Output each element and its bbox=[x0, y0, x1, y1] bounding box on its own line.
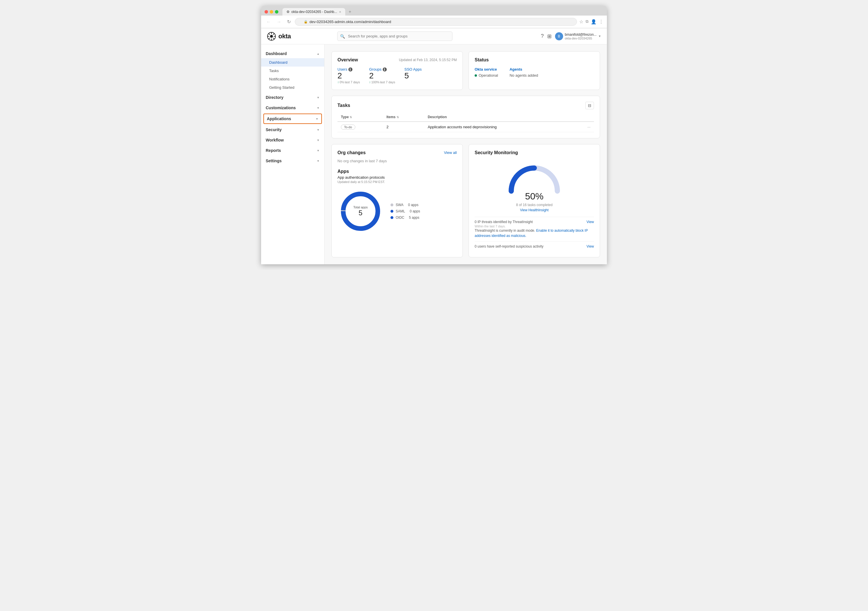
sidebar-item-workflow[interactable]: Workflow ▼ bbox=[261, 135, 324, 145]
overview-updated: Updated at Feb 13, 2024, 5:15:52 PM bbox=[399, 58, 457, 62]
sidebar-child-tasks[interactable]: Tasks bbox=[261, 67, 324, 75]
sidebar-item-security[interactable]: Security ▼ bbox=[261, 125, 324, 134]
user-menu-chevron: ▼ bbox=[598, 34, 601, 38]
sso-link[interactable]: SSO Apps bbox=[404, 67, 422, 71]
tasks-header: Tasks ⊟ bbox=[338, 102, 594, 109]
overview-stats: Users ℹ 2 ↑ 0% last 7 days bbox=[338, 67, 457, 84]
self-reported-view-link[interactable]: View bbox=[586, 244, 594, 248]
lock-icon: 🔒 bbox=[304, 20, 308, 24]
sidebar-child-notifications[interactable]: Notifications bbox=[261, 75, 324, 83]
users-link[interactable]: Users ℹ bbox=[338, 67, 360, 71]
tasks-table: Type ⇅ Items ⇅ Description To-do 2 Appli… bbox=[338, 113, 594, 132]
url-text: dev-02034265-admin.okta.com/admin/dashbo… bbox=[310, 20, 391, 24]
help-button[interactable]: ? bbox=[541, 33, 544, 39]
org-changes-title: Org changes bbox=[338, 150, 366, 155]
agents-link[interactable]: Agents bbox=[510, 67, 538, 71]
legend-swa: SWA 0 apps bbox=[391, 203, 420, 207]
sidebar-section-settings: Settings ▼ bbox=[261, 156, 324, 166]
split-view-icon[interactable]: ⧉ bbox=[586, 19, 589, 25]
sidebar-child-getting-started[interactable]: Getting Started bbox=[261, 83, 324, 91]
ip-threats-item: 0 IP threats identified by ThreatInsight… bbox=[474, 217, 594, 241]
tab-bar: ⚙ okta-dev-02034265 - Dashb... ✕ + bbox=[261, 6, 607, 16]
ip-threats-view-link[interactable]: View bbox=[586, 220, 594, 224]
task-description: Application accounts need deprovisioning… bbox=[424, 122, 594, 132]
sidebar-section-customizations: Customizations ▼ bbox=[261, 103, 324, 112]
overview-card-header: Overview Updated at Feb 13, 2024, 5:15:5… bbox=[338, 57, 457, 62]
self-reported-text: 0 users have self-reported suspicious ac… bbox=[474, 244, 544, 248]
back-button[interactable]: ← bbox=[265, 19, 273, 25]
forward-button[interactable]: → bbox=[275, 19, 283, 25]
status-dot-green bbox=[474, 74, 477, 77]
sso-value: 5 bbox=[404, 71, 422, 81]
sidebar-section-security: Security ▼ bbox=[261, 125, 324, 134]
sort-icon-items[interactable]: ⇅ bbox=[397, 116, 399, 119]
donut-section: Total apps 5 SWA 0 apps bbox=[338, 188, 457, 234]
tab-close-icon[interactable]: ✕ bbox=[339, 10, 341, 14]
sort-icon-type[interactable]: ⇅ bbox=[350, 116, 352, 119]
ip-threats-text: 0 IP threats identified by ThreatInsight bbox=[474, 220, 533, 224]
menu-icon[interactable]: ⋮ bbox=[599, 19, 603, 25]
groups-value: 2 bbox=[369, 71, 395, 81]
healthinsight-link[interactable]: View HealthInsight bbox=[516, 208, 553, 212]
svg-point-1 bbox=[270, 35, 273, 38]
org-changes-card: Org changes View all No org changes in l… bbox=[332, 144, 463, 257]
apps-grid-button[interactable]: ⊞ bbox=[547, 33, 552, 39]
user-email: bmanifold@firezon... bbox=[565, 33, 597, 37]
ip-threats-header: 0 IP threats identified by ThreatInsight… bbox=[474, 220, 594, 224]
col-description: Description bbox=[424, 113, 594, 122]
users-trend: ↑ 0% last 7 days bbox=[338, 81, 360, 84]
sidebar-item-customizations[interactable]: Customizations ▼ bbox=[261, 103, 324, 112]
chevron-up-icon: ▲ bbox=[317, 52, 319, 55]
close-button[interactable] bbox=[265, 10, 268, 14]
sidebar: Dashboard ▲ Dashboard Tasks Notification… bbox=[261, 44, 324, 264]
new-tab-button[interactable]: + bbox=[346, 9, 353, 14]
sidebar-section-directory: Directory ▼ bbox=[261, 93, 324, 102]
bookmark-icon[interactable]: ☆ bbox=[579, 19, 583, 25]
profile-icon[interactable]: 👤 bbox=[591, 19, 597, 25]
sidebar-item-applications[interactable]: Applications ▼ bbox=[264, 113, 322, 124]
active-tab[interactable]: ⚙ okta-dev-02034265 - Dashb... ✕ bbox=[282, 8, 345, 16]
maximize-button[interactable] bbox=[275, 10, 278, 14]
sidebar-section-dashboard: Dashboard ▲ Dashboard Tasks Notification… bbox=[261, 49, 324, 91]
url-input[interactable]: 🔒 dev-02034265-admin.okta.com/admin/dash… bbox=[295, 18, 577, 26]
agents-status: No agents added bbox=[510, 73, 538, 78]
sidebar-item-reports[interactable]: Reports ▼ bbox=[261, 146, 324, 155]
donut-total-value: 5 bbox=[353, 209, 368, 217]
chevron-down-icon: ▼ bbox=[317, 149, 319, 152]
saml-dot bbox=[391, 210, 394, 213]
sidebar-child-dashboard[interactable]: Dashboard bbox=[261, 58, 324, 67]
okta-service-link[interactable]: Okta service bbox=[474, 67, 498, 71]
agents-col: Agents No agents added bbox=[510, 67, 538, 78]
org-changes-view-all[interactable]: View all bbox=[444, 150, 457, 155]
col-items: Items ⇅ bbox=[383, 113, 424, 122]
sidebar-item-directory[interactable]: Directory ▼ bbox=[261, 93, 324, 102]
chevron-down-icon: ▼ bbox=[317, 128, 319, 132]
org-changes-header: Org changes View all bbox=[338, 150, 457, 155]
gauge-section: 50% 8 of 16 tasks completed View HealthI… bbox=[474, 158, 594, 217]
security-monitoring-card: Security Monitoring bbox=[468, 144, 600, 257]
search-input[interactable] bbox=[337, 31, 453, 41]
col-type: Type ⇅ bbox=[338, 113, 383, 122]
filter-button[interactable]: ⊟ bbox=[585, 102, 594, 109]
groups-link[interactable]: Groups ℹ bbox=[369, 67, 395, 71]
task-more-icon[interactable]: ··· bbox=[587, 125, 591, 129]
threatinsight-notice: ThreatInsight is currently in audit mode… bbox=[474, 228, 594, 238]
svg-line-6 bbox=[268, 33, 270, 34]
donut-label: Total apps 5 bbox=[353, 205, 368, 217]
url-bar: ← → ↻ 🔒 dev-02034265-admin.okta.com/admi… bbox=[261, 16, 607, 28]
users-value: 2 bbox=[338, 71, 360, 81]
apps-auth-title: App authentication protocols bbox=[338, 175, 457, 180]
refresh-button[interactable]: ↻ bbox=[285, 19, 293, 25]
search-icon: 🔍 bbox=[340, 34, 345, 39]
sidebar-item-settings[interactable]: Settings ▼ bbox=[261, 156, 324, 166]
minimize-button[interactable] bbox=[270, 10, 273, 14]
user-menu[interactable]: B bmanifold@firezon... okta-dev-02034265… bbox=[555, 32, 601, 40]
okta-service-col: Okta service Operational bbox=[474, 67, 498, 78]
sidebar-item-dashboard[interactable]: Dashboard ▲ bbox=[261, 49, 324, 58]
tasks-title: Tasks bbox=[338, 103, 350, 108]
status-card: Status Okta service Operational bbox=[468, 51, 600, 90]
overview-title: Overview bbox=[338, 57, 358, 62]
tab-title: okta-dev-02034265 - Dashb... bbox=[291, 10, 337, 14]
donut-total-label: Total apps bbox=[353, 205, 368, 209]
logo-text: okta bbox=[278, 33, 291, 40]
